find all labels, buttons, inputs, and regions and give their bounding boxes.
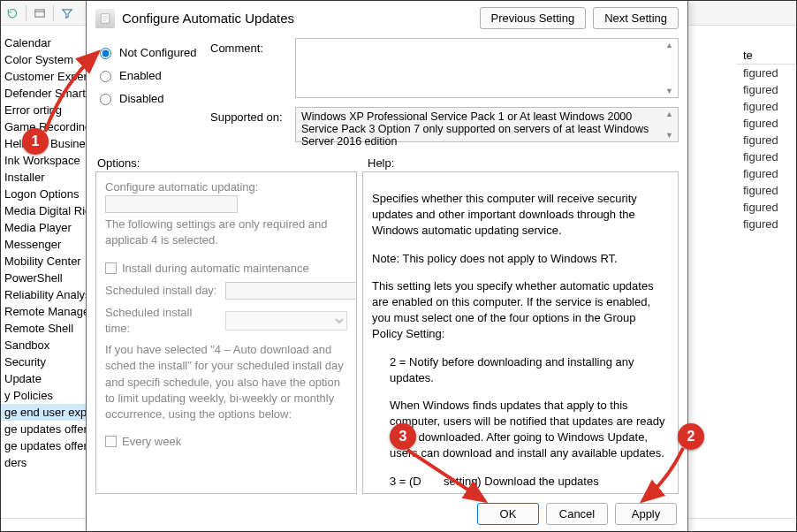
list-state: figured <box>736 148 796 165</box>
list-state: figured <box>736 182 796 199</box>
policy-icon <box>95 9 115 28</box>
install-time-label: Scheduled install time: <box>105 305 220 337</box>
options-note: The following settings are only required… <box>105 217 347 248</box>
apply-button[interactable]: Apply <box>615 503 677 525</box>
install-day-select[interactable] <box>225 282 357 300</box>
radio-label: Disabled <box>119 92 164 105</box>
options-panel: Configure automatic updating: The follow… <box>95 171 357 494</box>
comment-label: Comment: <box>210 38 286 55</box>
list-state: figured <box>736 98 796 115</box>
list-state: figured <box>736 199 796 216</box>
supported-on-text: Windows XP Professional Service Pack 1 o… <box>295 107 679 142</box>
install-maintenance-checkbox[interactable]: Install during automatic maintenance <box>105 261 347 277</box>
help-text: Specifies whether this computer will rec… <box>372 191 669 239</box>
list-state: figured <box>736 65 796 81</box>
options-header: Options: <box>97 156 368 170</box>
divider <box>53 5 54 21</box>
radio-not-configured[interactable]: Not Configured <box>95 45 200 59</box>
next-setting-button[interactable]: Next Setting <box>593 7 679 29</box>
radio-label: Enabled <box>119 69 162 82</box>
help-text: When Windows finds updates that apply to… <box>372 398 669 462</box>
filter-icon[interactable] <box>59 5 75 21</box>
dialog-title: Configure Automatic Updates <box>122 11 294 26</box>
annotation-badge-1: 1 <box>22 128 49 155</box>
help-text: 3 = (D setting) Download the updates aut… <box>372 474 669 494</box>
window-icon[interactable] <box>32 5 48 21</box>
ok-button[interactable]: OK <box>477 503 539 525</box>
help-text: 2 = Notify before downloading and instal… <box>372 354 669 386</box>
configure-updates-dialog: Configure Automatic Updates Previous Set… <box>86 0 688 532</box>
install-day-label: Scheduled install day: <box>105 283 220 299</box>
help-header: Help: <box>368 156 394 170</box>
list-state: figured <box>736 81 796 98</box>
help-text: Note: This policy does not apply to Wind… <box>372 251 669 267</box>
comment-textarea[interactable]: ▲▼ <box>295 38 679 98</box>
configure-updating-select[interactable] <box>105 195 238 213</box>
list-state: figured <box>736 216 796 232</box>
install-time-select[interactable] <box>225 311 347 331</box>
radio-label: Not Configured <box>119 46 196 59</box>
supported-label: Supported on: <box>210 107 286 124</box>
every-week-checkbox[interactable]: Every week <box>105 434 347 450</box>
previous-setting-button[interactable]: Previous Setting <box>480 7 587 29</box>
svg-rect-0 <box>35 9 45 16</box>
help-text: This setting lets you specify whether au… <box>372 278 669 343</box>
options-note2: If you have selected "4 – Auto download … <box>105 342 347 422</box>
cancel-button[interactable]: Cancel <box>546 503 608 525</box>
list-state: figured <box>736 165 796 182</box>
list-state: figured <box>736 115 796 132</box>
divider <box>26 5 27 21</box>
col-header-state: te <box>736 47 796 65</box>
refresh-icon[interactable] <box>4 5 20 21</box>
configure-updating-label: Configure automatic updating: <box>105 179 347 195</box>
radio-enabled[interactable]: Enabled <box>95 68 200 82</box>
annotation-badge-3: 3 <box>390 423 416 450</box>
radio-disabled[interactable]: Disabled <box>95 91 200 105</box>
annotation-badge-2: 2 <box>678 423 704 450</box>
list-state: figured <box>736 132 796 148</box>
